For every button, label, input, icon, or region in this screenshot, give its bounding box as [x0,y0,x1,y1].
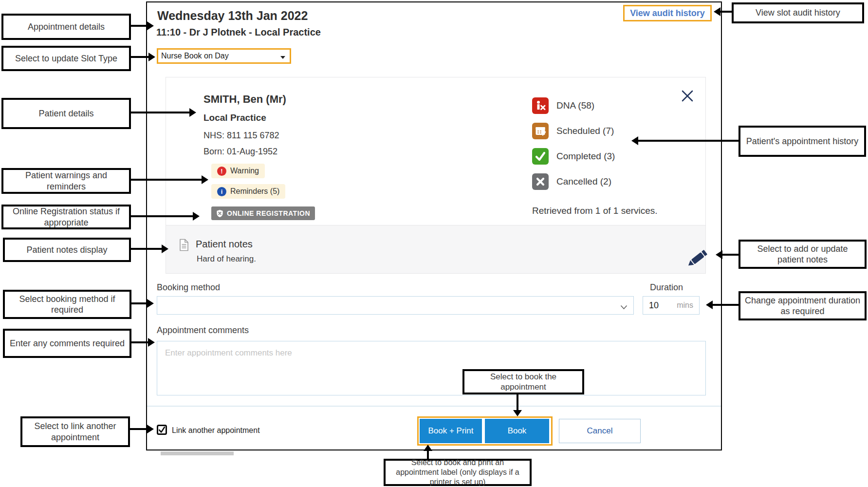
warning-badge-label: Warning [230,167,259,175]
arrow-view-audit [720,11,732,13]
document-icon [179,239,189,253]
warning-icon: ! [217,167,226,176]
arrow-appt-history [638,140,739,142]
chevron-down-icon [620,303,628,312]
cancel-label: Cancel [587,426,613,436]
shield-x-icon [216,209,223,218]
close-icon[interactable] [681,89,694,103]
history-row-scheduled: Scheduled (7) [532,123,614,139]
patient-nhs-number: NHS: 811 115 6782 [203,131,279,141]
duration-value: 10 [649,300,659,311]
cancelled-icon [532,173,549,190]
duration-label: Duration [650,282,683,293]
info-icon: i [217,187,226,196]
arrow-online-registration [131,215,193,217]
history-label: Completed (3) [556,151,615,162]
arrow-patient-details [131,112,189,113]
callout-appt-history: Patient's appointment history [739,126,866,157]
history-row-cancelled: Cancelled (2) [532,173,611,190]
link-appointment-checkbox[interactable] [157,425,167,435]
view-audit-history-link[interactable]: View audit history [623,5,712,21]
history-label: DNA (58) [556,100,594,111]
reminders-badge-label: Reminders (5) [230,187,279,196]
book-print-button[interactable]: Book + Print [420,419,482,443]
appointment-date-title: Wednesday 13th Jan 2022 [157,9,308,23]
callout-enter-comments: Enter any comments required [3,329,131,358]
callout-view-slot-audit: View slot audit history [732,2,864,23]
warning-badge[interactable]: ! Warning [211,164,265,178]
history-row-dna: DNA (58) [532,97,594,114]
callout-book-and-print: Select to book and print an appointment … [384,459,532,486]
dna-icon [532,97,549,114]
services-retrieved-status: Retrieved from 1 of 1 services. [532,206,658,216]
arrow-change-duration [713,304,739,306]
arrow-book-print-button [427,451,429,459]
arrow-warnings [131,179,202,181]
online-registration-label: ONLINE REGISTRATION [227,209,310,217]
appointment-slot-subtitle: 11:10 - Dr J Plotnek - Local Practice [156,27,321,38]
slot-type-value: Nurse Book on Day [161,52,229,60]
callout-link-appointment: Select to link another appointment [20,416,130,447]
patient-dob: Born: 01-Aug-1952 [203,147,277,157]
patient-name: SMITH, Ben (Mr) [203,93,286,106]
booking-method-select[interactable] [157,296,634,315]
horizontal-scrollbar-fragment[interactable] [161,451,234,455]
history-label: Scheduled (7) [556,126,614,136]
callout-add-update-notes: Select to add or update patient notes [739,240,867,269]
history-label: Cancelled (2) [556,176,611,187]
cancel-button[interactable]: Cancel [559,419,641,443]
callout-book-appointment: Select to book the appointment [462,369,584,394]
edit-notes-pencil-icon[interactable] [686,246,712,270]
callout-update-slot-type: Select to update Slot Type [1,46,131,71]
duration-input[interactable]: 10 mins [643,296,700,315]
arrow-link-appointment [130,428,147,430]
book-print-label: Book + Print [428,426,473,436]
appointment-comments-label: Appointment comments [157,325,249,336]
book-label: Book [508,426,527,436]
arrow-edit-notes [722,254,739,256]
online-registration-badge: ONLINE REGISTRATION [211,206,315,220]
patient-notes-title: Patient notes [196,239,253,250]
reminders-badge[interactable]: i Reminders (5) [211,184,285,199]
arrow-appointment-details [131,25,147,27]
patient-practice: Local Practice [203,112,266,123]
arrow-patient-notes [131,248,162,250]
link-appointment-label: Link another appointment [172,426,260,435]
patient-notes-text: Hard of hearing. [197,254,256,264]
slot-type-dropdown[interactable]: Nurse Book on Day [157,48,291,64]
callout-patient-details: Patient details [1,98,131,129]
duration-unit: mins [677,301,693,310]
callout-online-registration: Online Registration status if appropriat… [1,205,131,229]
arrow-book-button [517,394,518,410]
footer-divider [147,406,721,407]
history-row-completed: Completed (3) [532,148,615,165]
callout-patient-notes-display: Patient notes display [3,238,131,262]
view-audit-history-label: View audit history [630,8,705,19]
book-button[interactable]: Book [485,419,549,443]
scheduled-icon [532,123,549,139]
appointment-comments-textarea[interactable] [157,341,706,395]
caret-down-icon [280,56,285,59]
completed-icon [532,148,549,165]
arrow-booking-method [131,302,147,304]
arrow-slot-type [131,56,148,58]
booking-method-label: Booking method [157,282,220,293]
callout-appointment-details: Appointment details [1,14,131,40]
arrow-comments [131,341,148,343]
callout-change-duration: Change appointment duration as required [739,291,867,320]
callout-patient-warnings: Patient warnings and reminders [1,168,131,194]
callout-booking-method: Select booking method if required [3,290,131,319]
